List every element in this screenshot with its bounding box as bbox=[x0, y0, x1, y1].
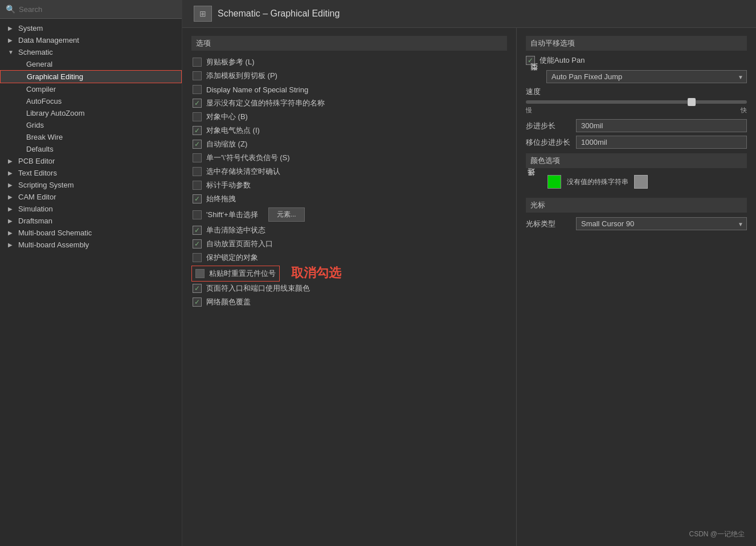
type-dropdown[interactable]: Auto Pan Fixed JumpAuto Pan ReCenterAdap… bbox=[546, 70, 747, 83]
checkbox-confirm-clear[interactable] bbox=[193, 167, 202, 176]
slider-labels: 慢 快 bbox=[526, 106, 747, 115]
checkbox-row-auto-place: 自动放置页面符入口 bbox=[191, 237, 507, 251]
checkbox-always-drag[interactable] bbox=[193, 194, 202, 203]
sidebar-item-compiler[interactable]: Compiler bbox=[0, 83, 182, 95]
checkbox-row-always-drag: 始终拖拽 bbox=[191, 192, 507, 206]
cursor-section-title: 光标 bbox=[526, 198, 747, 213]
sidebar-item-label-library-autozoom: Library AutoZoom bbox=[26, 109, 85, 117]
checkbox-net-color[interactable] bbox=[193, 298, 202, 307]
checkbox-row-clipboard-ref: 剪贴板参考 (L) bbox=[191, 55, 507, 69]
checkbox-row-auto-zoom: 自动缩放 (Z) bbox=[191, 137, 507, 151]
step-input[interactable] bbox=[576, 119, 747, 132]
arrow-scripting-system bbox=[8, 182, 16, 188]
move-step-input[interactable] bbox=[576, 136, 747, 149]
checkbox-label-port-color: 页面符入口和端口使用线束颜色 bbox=[206, 283, 310, 294]
color-swatch-gray[interactable] bbox=[634, 175, 648, 189]
checkbox-label-object-center: 对象中心 (B) bbox=[206, 112, 248, 122]
sidebar-item-label-break-wire: Break Wire bbox=[26, 133, 63, 141]
main-content: ⊞ Schematic – Graphical Editing 选项 剪贴板参考… bbox=[182, 0, 756, 546]
arrow-schematic bbox=[8, 49, 16, 55]
checkbox-label-display-name: Display Name of Special String bbox=[206, 85, 308, 94]
color-swatch-green[interactable] bbox=[547, 175, 561, 189]
sidebar-item-label-autofocus: AutoFocus bbox=[26, 97, 62, 105]
checkbox-click-clear[interactable] bbox=[193, 226, 202, 235]
checkbox-protect-locked[interactable] bbox=[193, 253, 202, 262]
cursor-type-label: 光标类型 bbox=[526, 219, 571, 229]
move-step-label: 移位步进步长 bbox=[526, 137, 571, 148]
sidebar-item-label-multi-board-schematic: Multi-board Schematic bbox=[18, 229, 92, 237]
checkbox-row-mark-manual: 标计手动参数 bbox=[191, 178, 507, 192]
checkbox-row-shift-click: 'Shift'+单击选择元素... bbox=[191, 206, 507, 223]
checkbox-label-object-hotspot: 对象电气热点 (I) bbox=[206, 125, 260, 136]
checkbox-label-clipboard-ref: 剪贴板参考 (L) bbox=[206, 57, 255, 67]
watermark: CSDN @一记绝尘 bbox=[689, 529, 745, 539]
sidebar-item-multi-board-schematic[interactable]: Multi-board Schematic bbox=[0, 227, 182, 239]
checkbox-add-template[interactable] bbox=[193, 71, 202, 80]
speed-label: 速度 bbox=[526, 87, 543, 97]
sidebar-item-general[interactable]: General bbox=[0, 58, 182, 70]
speed-slider-thumb[interactable] bbox=[688, 98, 696, 106]
checkbox-auto-place[interactable] bbox=[193, 239, 202, 248]
step-label: 步进步长 bbox=[526, 121, 571, 131]
arrow-cam-editor bbox=[8, 194, 16, 200]
checkbox-single-backslash[interactable] bbox=[193, 153, 202, 162]
sidebar-item-scripting-system[interactable]: Scripting System bbox=[0, 179, 182, 191]
checkbox-auto-zoom[interactable] bbox=[193, 140, 202, 149]
content-area: 选项 剪贴板参考 (L)添加模板到剪切板 (P)Display Name of … bbox=[182, 28, 756, 546]
sidebar-item-multi-board-assembly[interactable]: Multi-board Assembly bbox=[0, 239, 182, 251]
sidebar-item-library-autozoom[interactable]: Library AutoZoom bbox=[0, 107, 182, 119]
arrow-draftsman bbox=[8, 218, 16, 224]
sidebar-item-label-graphical-editing: Graphical Editing bbox=[27, 72, 83, 81]
sidebar-item-graphical-editing[interactable]: Graphical Editing bbox=[0, 70, 182, 83]
left-panel: 选项 剪贴板参考 (L)添加模板到剪切板 (P)Display Name of … bbox=[182, 28, 517, 546]
element-button[interactable]: 元素... bbox=[268, 207, 305, 222]
sidebar-item-system[interactable]: System bbox=[0, 22, 182, 34]
sidebar-item-break-wire[interactable]: Break Wire bbox=[0, 131, 182, 143]
speed-fast-label: 快 bbox=[741, 106, 747, 115]
checkbox-row-single-backslash: 单一'\'符号代表负信号 (S) bbox=[191, 151, 507, 165]
checkbox-show-undefined[interactable] bbox=[193, 99, 202, 108]
enable-auto-pan-checkbox[interactable] bbox=[526, 56, 535, 65]
sidebar-item-defaults[interactable]: Defaults bbox=[0, 143, 182, 155]
checkbox-paste-reset[interactable] bbox=[195, 269, 205, 278]
checkbox-clipboard-ref[interactable] bbox=[193, 58, 202, 67]
checkbox-display-name[interactable] bbox=[193, 85, 202, 94]
checkbox-shift-click[interactable] bbox=[193, 210, 202, 219]
search-bar: 🔍 bbox=[0, 0, 182, 19]
checkbox-row-confirm-clear: 选中存储块清空时确认 bbox=[191, 165, 507, 178]
sidebar-item-simulation[interactable]: Simulation bbox=[0, 203, 182, 215]
sidebar-item-cam-editor[interactable]: CAM Editor bbox=[0, 191, 182, 203]
sidebar-item-label-data-management: Data Management bbox=[18, 36, 79, 44]
sidebar-item-schematic[interactable]: Schematic bbox=[0, 46, 182, 58]
sidebar-item-grids[interactable]: Grids bbox=[0, 119, 182, 131]
sidebar-item-autofocus[interactable]: AutoFocus bbox=[0, 95, 182, 107]
checkbox-label-show-undefined: 显示没有定义值的特殊字符串的名称 bbox=[206, 98, 325, 108]
sidebar-item-label-schematic: Schematic bbox=[18, 48, 53, 56]
options-section-title: 选项 bbox=[191, 36, 507, 51]
sidebar-item-text-editors[interactable]: Text Editors bbox=[0, 167, 182, 179]
arrow-simulation bbox=[8, 206, 16, 212]
checkbox-row-net-color: 网络颜色覆盖 bbox=[191, 295, 507, 309]
checkbox-port-color[interactable] bbox=[193, 284, 202, 293]
sidebar-item-label-system: System bbox=[18, 24, 43, 32]
speed-slider-track bbox=[526, 100, 747, 104]
checkbox-row-port-color: 页面符入口和端口使用线束颜色 bbox=[191, 282, 507, 295]
right-panel: 自动平移选项 使能Auto Pan 类型 Auto Pan Fixed Jump… bbox=[517, 28, 756, 546]
sidebar-item-label-text-editors: Text Editors bbox=[18, 169, 57, 177]
arrow-data-management bbox=[8, 37, 16, 43]
checkbox-object-hotspot[interactable] bbox=[193, 126, 202, 135]
checkbox-mark-manual[interactable] bbox=[193, 181, 202, 190]
enable-auto-pan-row: 使能Auto Pan bbox=[526, 55, 747, 66]
sidebar-item-pcb-editor[interactable]: PCB Editor bbox=[0, 155, 182, 167]
color-section-title: 颜色选项 bbox=[526, 153, 747, 168]
sidebar-item-data-management[interactable]: Data Management bbox=[0, 34, 182, 46]
search-input[interactable] bbox=[19, 5, 176, 14]
cursor-dropdown[interactable]: Small Cursor 90Large Cursor 90Small Curs… bbox=[576, 217, 747, 230]
sidebar-item-draftsman[interactable]: Draftsman bbox=[0, 215, 182, 227]
checkbox-label-shift-click: 'Shift'+单击选择 bbox=[206, 210, 258, 220]
arrow-multi-board-schematic bbox=[8, 230, 16, 236]
checkbox-label-mark-manual: 标计手动参数 bbox=[206, 180, 251, 190]
arrow-text-editors bbox=[8, 170, 16, 176]
checkbox-object-center[interactable] bbox=[193, 112, 202, 121]
page-header: ⊞ Schematic – Graphical Editing bbox=[182, 0, 756, 28]
